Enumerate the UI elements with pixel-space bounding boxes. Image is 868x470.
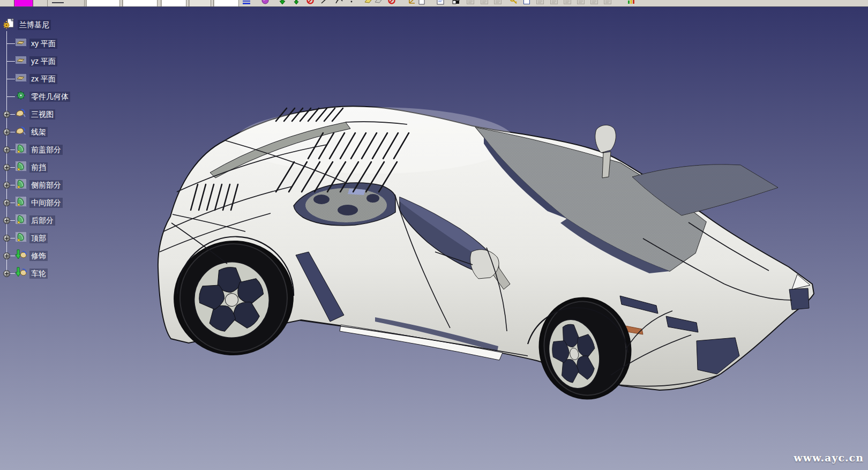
ordered-geoset-icon	[15, 249, 27, 262]
line-thickness-icon[interactable]	[242, 0, 251, 5]
tree-root-label[interactable]: 兰博基尼	[18, 20, 51, 30]
tree-item-label[interactable]: yz 平面	[29, 56, 57, 66]
expand-plus-button[interactable]	[3, 270, 10, 277]
geoset-icon	[15, 143, 27, 156]
tree-item-label[interactable]: 顶部	[29, 233, 48, 243]
watermark: www.ayc.cn	[794, 452, 864, 464]
expand-plus-button[interactable]	[3, 235, 10, 242]
plane-icon	[15, 72, 27, 85]
tree-item-4[interactable]: 零件几何体	[15, 90, 70, 103]
tree-item-label[interactable]: 车轮	[29, 268, 48, 279]
tree-item-label[interactable]: 中间部分	[29, 198, 63, 208]
outline-doc-icon[interactable]	[522, 0, 531, 5]
arrow-down-icon[interactable]	[278, 0, 287, 5]
body-highlight	[236, 107, 514, 174]
geoset-icon	[15, 178, 27, 191]
tree-item-label[interactable]: 侧前部分	[29, 180, 63, 190]
checker-grid-icon[interactable]	[452, 0, 460, 5]
expand-plus-button[interactable]	[3, 217, 10, 224]
tree-item-label[interactable]: 前挡	[29, 162, 48, 173]
tree-item-2[interactable]: yz 平面	[15, 55, 57, 68]
plane-icon	[15, 55, 27, 68]
no-entry-icon[interactable]	[306, 0, 315, 5]
toolbar-field-4[interactable]	[189, 0, 211, 7]
expand-plus-button[interactable]	[3, 252, 10, 259]
open-body-icon	[15, 125, 27, 138]
tree-item-9[interactable]: 侧前部分	[15, 178, 63, 191]
geoset-icon	[15, 161, 27, 174]
color-swatch[interactable]	[14, 0, 33, 7]
ordered-geoset-icon	[15, 267, 27, 280]
partbody-icon	[15, 90, 27, 103]
tree-connector	[7, 61, 15, 62]
disabled-icon-9[interactable]	[603, 0, 612, 5]
disabled-icon-2[interactable]	[480, 0, 489, 5]
geoset-icon	[15, 232, 27, 244]
plane-gray-icon[interactable]	[374, 0, 383, 5]
tree-item-8[interactable]: 前挡	[15, 161, 48, 174]
engine-bay-view	[305, 188, 387, 222]
line-icon[interactable]	[320, 0, 329, 5]
expand-plus-button[interactable]	[3, 129, 10, 136]
plane-icon	[15, 37, 27, 50]
disabled-icon-8[interactable]	[590, 0, 598, 5]
tree-item-3[interactable]: zx 平面	[15, 72, 57, 85]
catia-window: 兰博基尼 xy 平面yz 平面zx 平面零件几何体三视图线架前盖部分前挡侧前部分…	[0, 0, 868, 470]
car-model[interactable]	[158, 106, 814, 408]
part-icon	[3, 18, 15, 31]
tree-item-10[interactable]: 中间部分	[15, 196, 63, 209]
toolbar-field-2[interactable]	[122, 0, 158, 7]
geoset-icon	[15, 196, 27, 209]
specification-tree: 兰博基尼 xy 平面yz 平面zx 平面零件几何体三视图线架前盖部分前挡侧前部分…	[0, 7, 150, 296]
disabled-icon-1[interactable]	[466, 0, 475, 5]
tree-item-label[interactable]: 三视图	[29, 109, 55, 120]
toolbar-field-5[interactable]	[213, 0, 239, 7]
axis-system-icon[interactable]	[408, 0, 416, 5]
tree-item-label[interactable]: zx 平面	[29, 74, 57, 84]
tree-item-label[interactable]: 后部分	[29, 215, 55, 226]
tree-item-13[interactable]: 修饰	[15, 249, 48, 262]
tree-connector	[7, 79, 15, 79]
tree-connector	[7, 43, 15, 44]
tree-item-7[interactable]: 前盖部分	[15, 143, 63, 156]
tree-item-label[interactable]: 修饰	[29, 251, 48, 261]
open-body-icon	[15, 108, 27, 121]
key-icon[interactable]	[510, 0, 518, 5]
arrow-down-surface-icon[interactable]	[292, 0, 301, 5]
expand-plus-button[interactable]	[3, 164, 10, 171]
tree-item-12[interactable]: 顶部	[15, 232, 48, 244]
toolbar-field-3[interactable]	[161, 0, 186, 7]
tree-root[interactable]: 兰博基尼	[3, 18, 51, 31]
document-icon[interactable]	[436, 0, 445, 5]
tree-item-label[interactable]: 前盖部分	[29, 145, 63, 155]
points-icon[interactable]	[349, 0, 357, 5]
disabled-icon-3[interactable]	[493, 0, 502, 5]
tree-connector	[7, 96, 15, 97]
tree-item-5[interactable]: 三视图	[15, 108, 55, 121]
paper-icon[interactable]	[417, 0, 426, 5]
disabled-icon-6[interactable]	[563, 0, 572, 5]
tree-item-6[interactable]: 线架	[15, 125, 48, 138]
analysis-icon[interactable]	[627, 0, 635, 5]
line-type-dropdown[interactable]	[47, 0, 85, 7]
disabled-icon-5[interactable]	[550, 0, 558, 5]
tree-item-label[interactable]: 零件几何体	[29, 92, 70, 102]
plane-yellow-icon[interactable]	[364, 0, 372, 5]
tree-item-14[interactable]: 车轮	[15, 267, 48, 280]
toolbar-field-1[interactable]	[86, 0, 120, 7]
tree-item-11[interactable]: 后部分	[15, 214, 55, 227]
tree-item-label[interactable]: xy 平面	[29, 39, 57, 49]
tree-item-label[interactable]: 线架	[29, 127, 48, 137]
curve-icon[interactable]	[335, 0, 343, 5]
disabled-icon-7[interactable]	[577, 0, 585, 5]
expand-plus-button[interactable]	[3, 146, 10, 153]
expand-plus-button[interactable]	[3, 199, 10, 206]
geoset-icon	[15, 214, 27, 227]
sphere-icon[interactable]	[261, 0, 270, 5]
toolbar	[0, 0, 868, 7]
tree-item-1[interactable]: xy 平面	[15, 37, 57, 50]
disabled-icon-4[interactable]	[536, 0, 544, 5]
expand-plus-button[interactable]	[3, 111, 10, 118]
expand-plus-button[interactable]	[3, 182, 10, 189]
no-entry-icon-2[interactable]	[387, 0, 396, 5]
